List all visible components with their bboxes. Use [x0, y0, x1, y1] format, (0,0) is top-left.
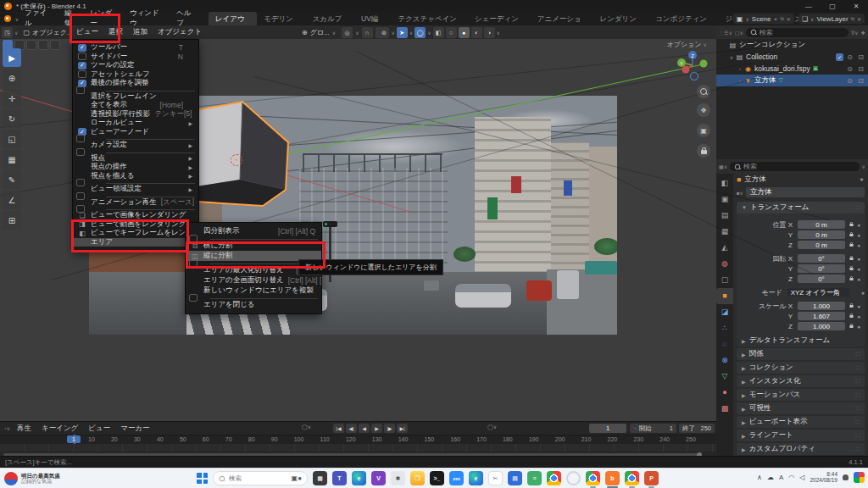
onedrive-icon[interactable]: ☁: [767, 474, 774, 481]
camera-view-button[interactable]: ▣: [697, 124, 710, 137]
gizmos-toggle[interactable]: ➤: [397, 27, 408, 38]
frame-end-field[interactable]: 終了 250: [679, 424, 715, 433]
taskbar-app-icon[interactable]: P: [644, 471, 659, 485]
workspace-tab[interactable]: UV編集: [354, 12, 391, 25]
lock-icon[interactable]: [849, 234, 853, 236]
checkbox-icon[interactable]: ✓: [836, 53, 843, 61]
timeline-menu-item[interactable]: 再生: [12, 424, 36, 434]
workspace-tab[interactable]: スカルプト: [306, 12, 354, 25]
pivot-point-dropdown[interactable]: ◎: [342, 27, 353, 38]
ime-icon[interactable]: A: [779, 474, 783, 481]
lock-icon[interactable]: [849, 325, 853, 328]
close-icon[interactable]: ✕: [787, 16, 791, 22]
tool-button[interactable]: ⊞: [3, 211, 21, 230]
collapsed-panel[interactable]: ▶ コレクション ⸬: [737, 362, 865, 374]
render-camera-icon[interactable]: ⊡: [856, 65, 865, 73]
notification-bell-icon[interactable]: [843, 474, 849, 480]
submenu-item[interactable]: 四分割表示 [Ctrl] [Alt] Q: [186, 226, 321, 236]
value-field[interactable]: 1.000: [798, 302, 845, 310]
properties-tab[interactable]: ▩: [716, 401, 733, 417]
animate-dot-icon[interactable]: ●: [857, 313, 860, 319]
taskbar-app-icon[interactable]: e: [469, 471, 483, 485]
workspace-tab[interactable]: コンポジティング: [648, 12, 718, 25]
properties-tab[interactable]: ◭: [716, 240, 733, 256]
taskbar-search-input[interactable]: 検索 ▣●: [213, 471, 308, 485]
editor-type-icon[interactable]: ◔∨: [3, 425, 10, 431]
blender-menu-icon[interactable]: [4, 15, 11, 22]
properties-tab[interactable]: ◪: [716, 304, 733, 320]
menu-item[interactable]: アニメーション再生 [スペース]: [73, 198, 198, 208]
hide-eye-icon[interactable]: ⊙: [845, 65, 854, 73]
workspace-tab[interactable]: モデリング: [257, 12, 305, 25]
taskbar-app-icon[interactable]: [586, 471, 600, 485]
panel-menu-icon[interactable]: ⸬: [855, 204, 860, 211]
value-field[interactable]: 0°: [798, 274, 845, 283]
options-dropdown[interactable]: オプション∨: [667, 40, 707, 49]
close-button[interactable]: ✕: [844, 3, 868, 10]
properties-tab[interactable]: ●: [716, 385, 733, 401]
panel-menu-icon[interactable]: ⸬: [855, 351, 860, 358]
collapsed-panel[interactable]: ▶ モーションパス ⸬: [737, 389, 865, 401]
tool-button[interactable]: ▶: [3, 48, 21, 67]
playback-button[interactable]: ◀|: [346, 424, 357, 433]
taskbar-app-icon[interactable]: >_: [430, 471, 444, 485]
value-field[interactable]: 0 m: [798, 220, 845, 229]
tray-expand-icon[interactable]: ∧: [757, 474, 762, 481]
current-frame-field[interactable]: 1: [589, 424, 626, 433]
outliner-row[interactable]: › ▼ 立方体 ▽ ✓ ⊙ ⊡: [716, 75, 868, 86]
tool-button[interactable]: ✛: [3, 89, 21, 108]
chevron-down-icon[interactable]: ∨: [862, 164, 865, 169]
lock-view-button[interactable]: [697, 144, 710, 158]
lock-icon[interactable]: [849, 315, 853, 318]
panel-menu-icon[interactable]: ⸬: [855, 364, 860, 371]
lock-icon[interactable]: [849, 278, 853, 280]
outliner-row[interactable]: ∨ ▤ Collection ✓ ⊙ ⊡: [716, 51, 868, 63]
outliner-search-input[interactable]: 検索: [746, 28, 849, 37]
value-field[interactable]: 0°: [798, 264, 845, 273]
timeline-menu-item[interactable]: ビュー: [83, 424, 115, 434]
taskbar-app-icon[interactable]: ❐: [410, 471, 425, 485]
panel-menu-icon[interactable]: ⸬: [855, 419, 860, 425]
shading-solid-button[interactable]: ●: [459, 27, 470, 38]
properties-tab[interactable]: ⊗: [716, 352, 733, 369]
timeline-ruler[interactable]: 1020304050607080901001101201301401501601…: [0, 435, 716, 444]
lock-icon[interactable]: [849, 244, 853, 247]
frame-start-field[interactable]: ◔ 開始 1: [630, 424, 676, 433]
properties-search-input[interactable]: 検索: [730, 162, 860, 171]
animate-dot-icon[interactable]: ●: [857, 256, 860, 262]
animate-dot-icon[interactable]: ●: [857, 266, 860, 272]
select-intersect-icon[interactable]: [50, 40, 60, 50]
tool-button[interactable]: ✎: [3, 170, 21, 189]
playback-button[interactable]: ▶: [371, 424, 382, 433]
copy-icon[interactable]: ⧉: [851, 16, 854, 22]
object-name-field[interactable]: 立方体: [746, 187, 865, 197]
overlays-toggle[interactable]: ◯: [415, 27, 426, 38]
animate-dot-icon[interactable]: ●: [857, 242, 860, 248]
animate-dot-icon[interactable]: ●: [857, 324, 860, 330]
editor-type-icon[interactable]: ◳: [2, 27, 13, 38]
workspace-tab[interactable]: シェーディング: [468, 12, 531, 25]
volume-icon[interactable]: ◁: [799, 474, 804, 481]
minimize-button[interactable]: —: [797, 3, 821, 10]
properties-tab[interactable]: ■: [716, 288, 733, 304]
timeline-menu-item[interactable]: マーカー: [115, 424, 154, 434]
taskbar-app-icon[interactable]: ≡: [527, 471, 542, 485]
collapsed-panel[interactable]: ▶ インスタンス化 ⸬: [737, 375, 865, 387]
tool-button[interactable]: ∠: [3, 191, 21, 209]
options-icon[interactable]: ❖: [861, 30, 865, 36]
taskbar-app-icon[interactable]: ✂: [488, 471, 503, 485]
copy-icon[interactable]: ⧉: [781, 16, 784, 22]
panel-menu-icon[interactable]: ⸬: [855, 405, 860, 412]
playback-button[interactable]: |◀: [333, 424, 344, 433]
value-field[interactable]: 1.000: [798, 322, 845, 330]
pan-button[interactable]: ✥: [697, 103, 710, 117]
taskbar-app-icon[interactable]: [625, 471, 639, 485]
filter-collection-icon[interactable]: ▢∨: [735, 30, 743, 36]
animate-dot-icon[interactable]: ●: [861, 290, 865, 296]
panel-menu-icon[interactable]: ⸬: [855, 378, 860, 385]
menu-item[interactable]: カメラ設定 ▶: [73, 141, 198, 150]
viewlayer-selector[interactable]: ❏∨ ViewLayer ⧉ ✕: [798, 14, 865, 24]
workspace-tab[interactable]: レンダリング: [593, 12, 649, 25]
value-field[interactable]: XYZ オイラー角: [787, 288, 849, 297]
taskbar-app-icon[interactable]: ▦: [313, 471, 327, 485]
